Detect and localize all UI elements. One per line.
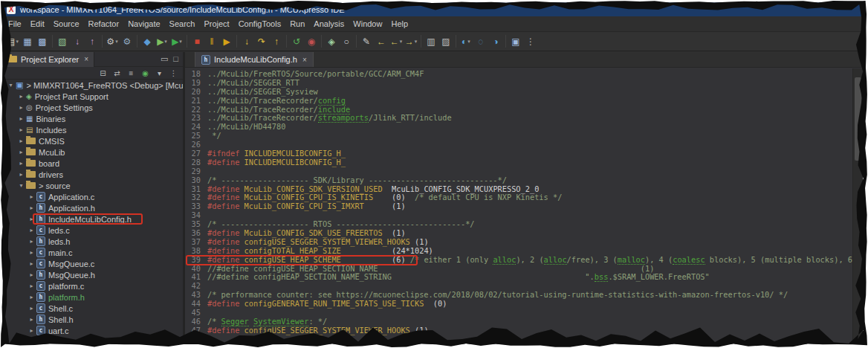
expand-arrow-icon[interactable]: ▸ xyxy=(17,104,25,111)
memory-icon[interactable]: ▨ xyxy=(439,35,453,48)
profile-icon[interactable]: ◉ xyxy=(305,35,318,48)
collapse-arrow-icon[interactable]: ▾ xyxy=(7,82,15,88)
dropdown-arrow-icon[interactable]: ▾ xyxy=(115,39,118,45)
menu-item[interactable]: Refactor xyxy=(84,16,124,32)
annotate-icon[interactable]: ✎ xyxy=(360,35,373,48)
filter-icon[interactable]: ≡ xyxy=(126,68,137,79)
step-over-icon[interactable]: ↷ xyxy=(255,35,268,48)
import-icon[interactable]: ↓ xyxy=(71,35,84,48)
console-icon[interactable]: ▥ xyxy=(424,35,438,48)
menu-item[interactable]: Edit xyxy=(26,16,49,32)
new-project-icon[interactable]: ▧ xyxy=(56,35,69,48)
save-icon[interactable]: ▦ xyxy=(21,35,34,48)
tree-item-msgqueue-c[interactable]: ▸cMsgQueue.c xyxy=(2,258,183,269)
dropdown-arrow-icon[interactable]: ▾ xyxy=(179,39,182,45)
expand-arrow-icon[interactable]: ▸ xyxy=(27,238,36,245)
more-icon[interactable]: ⋮ xyxy=(168,68,179,79)
dropdown-arrow-icon[interactable]: ▾ xyxy=(164,39,167,45)
search-icon[interactable]: ○ xyxy=(340,35,353,48)
tree-item-platform-h[interactable]: ▸hplatform.h xyxy=(2,291,183,303)
step-into-icon[interactable]: ↓ xyxy=(240,35,253,48)
menu-item[interactable]: Run xyxy=(285,16,309,32)
tree-item-leds-h[interactable]: ▸hleds.h xyxy=(2,236,183,247)
code-line-41[interactable]: 41//#define configHEAP_SECTION_NAME_STRI… xyxy=(185,273,852,282)
save-all-icon[interactable]: ▩ xyxy=(36,35,49,48)
tree-item-msgqueue-h[interactable]: ▸hMsgQueue.h xyxy=(2,269,183,280)
collapse-arrow-icon[interactable]: ▾ xyxy=(17,182,25,189)
expand-arrow-icon[interactable]: ▸ xyxy=(27,249,36,256)
tree-item-source[interactable]: ▾> source xyxy=(2,180,183,191)
expand-arrow-icon[interactable]: ▸ xyxy=(27,193,36,200)
vertical-scrollbar[interactable] xyxy=(852,68,863,344)
tree-item-mculib[interactable]: ▸McuLib xyxy=(2,146,183,158)
link-with-editor-icon[interactable]: ⇄ xyxy=(111,68,123,79)
tree-item-shell-c[interactable]: ▸cShell.c xyxy=(2,303,183,314)
build-icon[interactable]: ⚙▾ xyxy=(106,35,119,48)
code-line-25[interactable]: 25 */ xyxy=(185,132,852,141)
build-all-icon[interactable]: ⚙ xyxy=(120,35,134,48)
export-icon[interactable]: ↑ xyxy=(85,35,99,48)
dropdown-arrow-icon[interactable]: ▾ xyxy=(467,39,470,45)
close-icon[interactable]: × xyxy=(302,56,307,64)
run-icon[interactable]: ▶▾ xyxy=(170,35,184,48)
code-line-28[interactable]: 28#define INCLUDEMCULIBCONFIG_H_ xyxy=(185,158,852,167)
collapse-all-icon[interactable]: ⊟ xyxy=(97,68,108,79)
expand-arrow-icon[interactable]: ▸ xyxy=(27,283,36,289)
tree-item-project-part-support[interactable]: ▸◈Project Part Support xyxy=(2,91,183,102)
focus-active-icon[interactable]: ◉ xyxy=(140,68,151,79)
maximize-icon[interactable]: □ xyxy=(173,54,178,64)
tree-item-binaries[interactable]: ▸▦Binaries xyxy=(2,113,183,124)
scrollbar-thumb[interactable] xyxy=(855,77,861,161)
menu-item[interactable]: Analysis xyxy=(309,16,349,32)
expand-arrow-icon[interactable]: ▸ xyxy=(27,271,36,278)
tree-item-cmsis[interactable]: ▸CMSIS xyxy=(2,135,183,146)
back-icon[interactable]: ←▾ xyxy=(389,35,403,48)
editor-tab-includemculibconfig[interactable]: h IncludeMcuLibConfig.h × xyxy=(195,52,314,67)
expand-arrow-icon[interactable]: ▸ xyxy=(17,126,25,133)
terminate-icon[interactable]: ■ xyxy=(190,35,204,48)
clocks-icon[interactable]: ◑ xyxy=(489,35,502,48)
dropdown-arrow-icon[interactable]: ▾ xyxy=(16,39,19,45)
menu-item[interactable]: ConfigTools xyxy=(234,16,285,32)
restart-icon[interactable]: ↺ xyxy=(290,35,303,48)
close-icon[interactable]: × xyxy=(84,55,88,63)
project-explorer-tab[interactable]: Project Explorer × xyxy=(2,52,94,67)
expand-arrow-icon[interactable]: ▸ xyxy=(27,316,36,323)
menu-item[interactable]: Search xyxy=(165,16,200,32)
menu-item[interactable]: Help xyxy=(386,16,412,32)
tree-item-board[interactable]: ▸board xyxy=(2,158,183,169)
resume-icon[interactable]: ▶ xyxy=(220,35,233,48)
expand-arrow-icon[interactable]: ▸ xyxy=(27,327,36,334)
new-icon[interactable]: ▤▾ xyxy=(6,35,19,48)
view-menu-icon[interactable]: ▾ xyxy=(154,68,165,79)
tree-item-project-settings[interactable]: ▸◎Project Settings xyxy=(2,102,183,113)
expand-arrow-icon[interactable]: ▸ xyxy=(17,138,25,144)
menu-item[interactable]: Source xyxy=(49,16,84,32)
pins-icon[interactable]: ◌ xyxy=(474,35,488,48)
tree-item-shell-h[interactable]: ▸hShell.h xyxy=(2,314,183,325)
tree-item-application-c[interactable]: ▸cApplication.c xyxy=(2,191,183,202)
expand-arrow-icon[interactable]: ▸ xyxy=(17,160,25,167)
open-perspective-icon[interactable]: ▣ xyxy=(509,35,522,48)
tree-item-uart-c[interactable]: ▸cuart.c xyxy=(2,325,183,336)
expand-arrow-icon[interactable]: ▸ xyxy=(17,149,25,155)
code-line-33[interactable]: 33#define McuLib_CONFIG_CPU_IS_IMXRT (1) xyxy=(185,202,852,211)
expand-arrow-icon[interactable]: ▸ xyxy=(27,260,36,267)
tree-item-application-h[interactable]: ▸hApplication.h xyxy=(2,202,183,213)
tree-item-includes[interactable]: ▸▤Includes xyxy=(2,124,183,135)
tree-item-mimxrt1064-freertos-debug-mcuone[interactable]: ▾▣> MIMXRT1064_FreeRTOS <Debug> [McuOnE xyxy=(2,80,183,91)
debug-icon[interactable]: ▶▾ xyxy=(155,35,169,48)
code-line-44[interactable]: 44#define configGENERATE_RUN_TIME_STATS_… xyxy=(185,300,852,309)
tree-item-main-c[interactable]: ▸cmain.c xyxy=(2,247,183,258)
expand-arrow-icon[interactable]: ▸ xyxy=(17,93,25,100)
expand-arrow-icon[interactable]: ▸ xyxy=(17,115,25,122)
tree-item-drivers[interactable]: ▸drivers xyxy=(2,169,183,180)
tree-item-leds-c[interactable]: ▸cleds.c xyxy=(2,225,183,236)
new-class-icon[interactable]: ◈ xyxy=(325,35,338,48)
tree-item-includemculibconfig-h[interactable]: ▸hIncludeMcuLibConfig.h xyxy=(2,213,183,225)
menu-item[interactable]: Navigate xyxy=(123,16,164,32)
new-connection-icon[interactable]: ◆ xyxy=(140,35,154,48)
dropdown-arrow-icon[interactable]: ▾ xyxy=(400,39,403,45)
expand-arrow-icon[interactable]: ▸ xyxy=(27,204,36,211)
forward-icon[interactable]: →▾ xyxy=(404,35,418,48)
